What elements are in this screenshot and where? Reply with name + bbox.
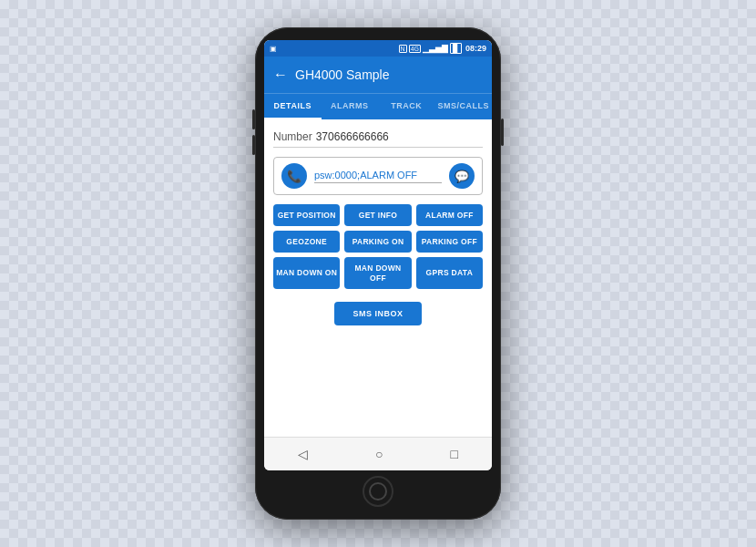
time-display: 08:29 bbox=[465, 44, 486, 53]
signal-icon: ▁▃▅▇ bbox=[423, 44, 448, 53]
nav-home[interactable]: ○ bbox=[366, 443, 392, 465]
nav-recent[interactable]: □ bbox=[442, 443, 467, 465]
volume-up-button[interactable] bbox=[252, 109, 255, 129]
command-row: 📞 psw:0000;ALARM OFF 💬 bbox=[273, 157, 483, 195]
status-bar-left: ▣ bbox=[270, 45, 277, 53]
number-row: Number 370666666666 bbox=[273, 130, 483, 148]
btn-get-position[interactable]: GET POSITION bbox=[273, 204, 340, 226]
nav-back[interactable]: ◁ bbox=[289, 443, 317, 465]
number-label: Number bbox=[273, 130, 312, 143]
volume-down-button[interactable] bbox=[252, 135, 255, 155]
tab-sms-calls[interactable]: SMS/CALLS bbox=[435, 94, 493, 119]
app-title: GH4000 Sample bbox=[295, 67, 390, 82]
screenshot-icon: ▣ bbox=[270, 45, 277, 53]
sms-inbox-row: SMS INBOX bbox=[273, 302, 483, 325]
command-button-grid: GET POSITION GET INFO ALARM OFF GEOZONE … bbox=[273, 204, 483, 289]
btn-get-info[interactable]: GET INFO bbox=[344, 204, 411, 226]
btn-man-down-off[interactable]: MAN DOWN OFF bbox=[344, 257, 411, 288]
btn-parking-off[interactable]: PARKING OFF bbox=[416, 231, 483, 253]
main-content: Number 370666666666 📞 psw:0000;ALARM OFF… bbox=[264, 119, 492, 437]
message-icon[interactable]: 💬 bbox=[449, 163, 475, 189]
tab-alarms[interactable]: ALARMS bbox=[322, 94, 379, 119]
home-button[interactable] bbox=[363, 476, 393, 507]
app-bar: ← GH4000 Sample bbox=[264, 57, 492, 93]
btn-geozone[interactable]: GEOZONE bbox=[273, 231, 340, 253]
phone-icon: 📞 bbox=[281, 163, 307, 189]
tab-details[interactable]: DETAILS bbox=[264, 94, 322, 119]
btn-alarm-off[interactable]: ALARM OFF bbox=[416, 204, 483, 226]
btn-sms-inbox[interactable]: SMS INBOX bbox=[334, 302, 421, 325]
command-text[interactable]: psw:0000;ALARM OFF bbox=[314, 170, 442, 183]
back-button[interactable]: ← bbox=[273, 67, 288, 83]
btn-gprs-data[interactable]: GPRS DATA bbox=[416, 257, 483, 288]
bottom-nav: ◁ ○ □ bbox=[264, 437, 492, 470]
tab-bar: DETAILS ALARMS TRACK SMS/CALLS bbox=[264, 93, 492, 119]
phone-device: ▣ N 4G ▁▃▅▇ ▊ 08:29 ← GH4000 Sample DETA… bbox=[255, 27, 501, 520]
number-value: 370666666666 bbox=[316, 130, 389, 143]
network-icon: 4G bbox=[409, 45, 421, 53]
status-icons: N 4G ▁▃▅▇ ▊ 08:29 bbox=[399, 43, 486, 54]
battery-icon: ▊ bbox=[450, 43, 462, 54]
message-symbol: 💬 bbox=[455, 170, 469, 183]
power-button[interactable] bbox=[501, 119, 504, 146]
status-bar: ▣ N 4G ▁▃▅▇ ▊ 08:29 bbox=[264, 40, 492, 57]
tab-track[interactable]: TRACK bbox=[378, 94, 435, 119]
home-button-inner bbox=[369, 482, 387, 501]
nfc-icon: N bbox=[399, 45, 407, 53]
btn-man-down-on[interactable]: MAN DOWN ON bbox=[273, 257, 340, 288]
btn-parking-on[interactable]: PARKING ON bbox=[344, 231, 411, 253]
phone-screen: ▣ N 4G ▁▃▅▇ ▊ 08:29 ← GH4000 Sample DETA… bbox=[264, 40, 492, 470]
phone-symbol: 📞 bbox=[287, 170, 301, 183]
